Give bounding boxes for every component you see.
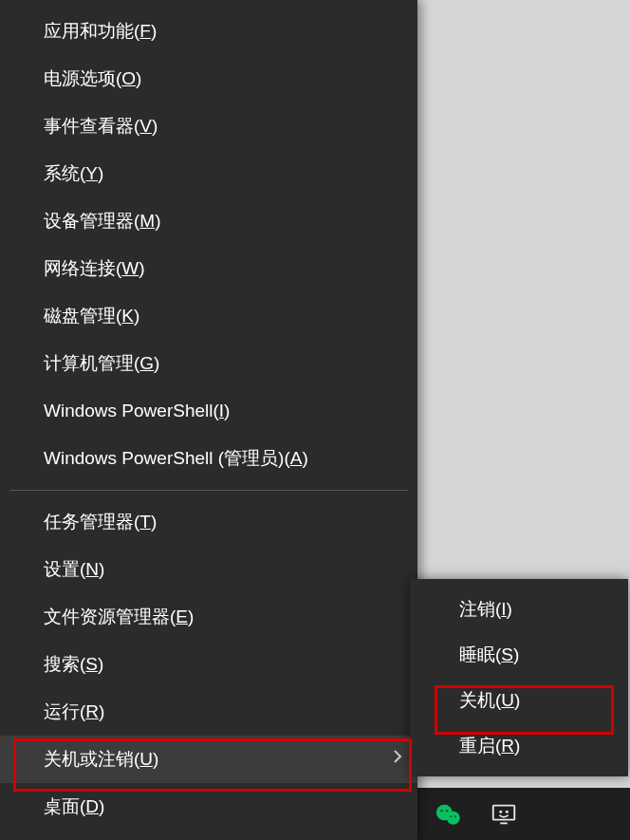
menu-item-label: 运行(R) (44, 701, 104, 721)
menu-item-disk-management[interactable]: 磁盘管理(K) (0, 292, 417, 340)
svg-point-9 (506, 810, 509, 812)
svg-point-8 (499, 810, 502, 812)
menu-item-computer-management[interactable]: 计算机管理(G) (0, 340, 417, 387)
menu-item-label: 设置(N) (44, 559, 104, 579)
menu-item-label: 桌面(D) (44, 796, 104, 816)
submenu-item-restart[interactable]: 重启(R) (410, 723, 628, 769)
menu-item-system[interactable]: 系统(Y) (0, 150, 417, 197)
menu-item-search[interactable]: 搜索(S) (0, 641, 417, 688)
submenu-item-label: 重启(R) (459, 736, 520, 756)
menu-item-power-options[interactable]: 电源选项(O) (0, 55, 417, 103)
display-icon[interactable] (490, 800, 518, 829)
menu-item-label: 网络连接(W) (44, 258, 145, 278)
menu-list: 应用和功能(F) 电源选项(O) 事件查看器(V) 系统(Y) 设备管理器(M)… (0, 0, 417, 831)
menu-item-label: 搜索(S) (44, 654, 103, 674)
menu-item-powershell[interactable]: Windows PowerShell(I) (0, 387, 417, 435)
wechat-icon[interactable] (435, 800, 463, 829)
menu-item-shutdown-signout[interactable]: 关机或注销(U) (0, 736, 417, 783)
menu-item-label: 文件资源管理器(E) (44, 607, 194, 626)
menu-item-label: 设备管理器(M) (44, 211, 160, 231)
menu-item-powershell-admin[interactable]: Windows PowerShell (管理员)(A) (0, 435, 417, 482)
submenu-item-signout[interactable]: 注销(I) (410, 587, 628, 632)
submenu-item-shutdown[interactable]: 关机(U) (410, 678, 628, 723)
menu-item-file-explorer[interactable]: 文件资源管理器(E) (0, 593, 417, 641)
menu-item-label: 任务管理器(T) (44, 512, 157, 532)
svg-point-5 (454, 815, 456, 817)
submenu-item-sleep[interactable]: 睡眠(S) (410, 632, 628, 678)
menu-item-label: Windows PowerShell(I) (44, 401, 230, 420)
submenu-item-label: 关机(U) (459, 690, 520, 710)
menu-item-label: Windows PowerShell (管理员)(A) (44, 448, 308, 468)
menu-item-apps-features[interactable]: 应用和功能(F) (0, 8, 417, 55)
chevron-right-icon (393, 747, 402, 772)
menu-separator (9, 490, 408, 491)
menu-item-event-viewer[interactable]: 事件查看器(V) (0, 103, 417, 150)
svg-point-3 (446, 809, 449, 812)
menu-item-label: 关机或注销(U) (44, 749, 158, 769)
menu-item-task-manager[interactable]: 任务管理器(T) (0, 498, 417, 546)
menu-item-label: 计算机管理(G) (44, 353, 159, 373)
menu-item-label: 磁盘管理(K) (44, 306, 139, 326)
submenu-item-label: 睡眠(S) (459, 644, 519, 664)
svg-point-2 (440, 809, 443, 812)
menu-item-label: 电源选项(O) (44, 68, 141, 88)
winx-context-menu: 应用和功能(F) 电源选项(O) 事件查看器(V) 系统(Y) 设备管理器(M)… (0, 0, 417, 840)
taskbar (408, 788, 630, 840)
submenu-item-label: 注销(I) (459, 599, 512, 619)
menu-item-desktop[interactable]: 桌面(D) (0, 783, 417, 831)
menu-item-device-manager[interactable]: 设备管理器(M) (0, 197, 417, 245)
menu-item-label: 系统(Y) (44, 163, 103, 183)
menu-item-network-connections[interactable]: 网络连接(W) (0, 245, 417, 292)
shutdown-submenu: 注销(I) 睡眠(S) 关机(U) 重启(R) (410, 579, 628, 776)
menu-item-label: 事件查看器(V) (44, 116, 158, 136)
menu-item-run[interactable]: 运行(R) (0, 688, 417, 736)
menu-item-settings[interactable]: 设置(N) (0, 546, 417, 593)
menu-item-label: 应用和功能(F) (44, 21, 157, 41)
svg-point-1 (447, 811, 460, 824)
svg-point-4 (450, 815, 452, 817)
